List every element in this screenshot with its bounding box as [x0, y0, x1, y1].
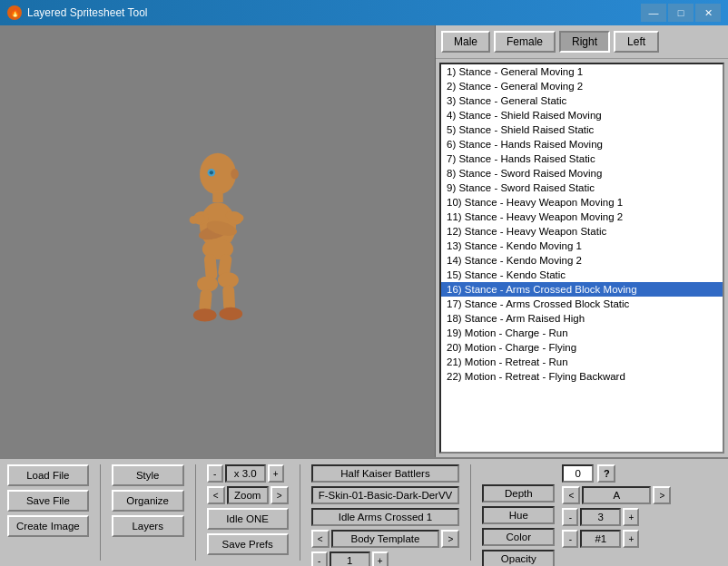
anim-name-display: Idle Arms Crossed 1 [311, 508, 460, 526]
zoom-next-button[interactable]: > [271, 486, 289, 504]
divider-3 [300, 464, 300, 561]
gender-direction-bar: Male Female Right Left [436, 25, 728, 59]
right-button[interactable]: Right [559, 31, 610, 53]
zoom-nav: < Zoom > [207, 486, 289, 504]
svg-point-2 [209, 171, 212, 174]
zoom-value-label: x 3.0 [225, 464, 266, 483]
opacity-spinner: - #1 + [562, 530, 671, 548]
zoom-minus-button[interactable]: - [207, 464, 223, 483]
close-button[interactable]: ✕ [695, 4, 721, 22]
minimize-button[interactable]: — [641, 4, 666, 22]
animation-item-12[interactable]: 12) Stance - Heavy Weapon Static [441, 224, 723, 239]
load-file-button[interactable]: Load File [7, 464, 89, 486]
zoom-col: - x 3.0 + < Zoom > Idle ONE Save Prefs [207, 464, 289, 555]
svg-point-3 [231, 169, 239, 179]
project-name-display: Half Kaiser Battlers [311, 464, 460, 483]
depth-value-display: 0 [562, 464, 594, 483]
depth-label: Depth [482, 484, 555, 503]
create-image-button[interactable]: Create Image [7, 515, 89, 537]
sprite-svg [163, 151, 272, 332]
female-button[interactable]: Female [494, 31, 556, 53]
animation-item-4[interactable]: 4) Stance - Shield Raised Moving [441, 108, 723, 122]
frame-plus-button[interactable]: + [372, 551, 389, 566]
opacity-minus-button[interactable]: - [562, 530, 578, 548]
sprite-display [145, 142, 290, 341]
save-prefs-button[interactable]: Save Prefs [207, 533, 289, 555]
zoom-nav-label: Zoom [227, 486, 269, 504]
zoom-spinner: - x 3.0 + [207, 464, 289, 483]
animation-item-6[interactable]: 6) Stance - Hands Raised Moving [441, 137, 723, 151]
divider-1 [100, 464, 101, 561]
animation-item-8[interactable]: 8) Stance - Sword Raised Moving [441, 166, 723, 181]
color-label: Color [482, 528, 555, 546]
help-button[interactable]: ? [597, 464, 615, 483]
hue-prev-button[interactable]: < [562, 486, 580, 504]
opacity-label: Opacity [482, 550, 555, 566]
divider-2 [195, 464, 196, 561]
depth-labels-col: Depth Hue Color Opacity Global Opa. [482, 464, 555, 566]
right-panel: Male Female Right Left 1) Stance - Gener… [436, 25, 728, 457]
animation-item-16[interactable]: 16) Stance - Arms Crossed Block Moving [441, 282, 723, 297]
body-template-prev-button[interactable]: < [311, 530, 330, 548]
animation-item-14[interactable]: 14) Stance - Kendo Moving 2 [441, 253, 723, 268]
animation-item-20[interactable]: 20) Motion - Charge - Flying [441, 340, 723, 355]
zoom-plus-button[interactable]: + [268, 464, 284, 483]
hue-plus-button[interactable]: + [623, 508, 639, 526]
divider-4 [470, 464, 471, 561]
animation-item-22[interactable]: 22) Motion - Retreat - Flying Backward [441, 369, 723, 384]
idle-one-button[interactable]: Idle ONE [207, 508, 289, 530]
hue-nav-label: A [582, 486, 651, 504]
frame-spinner: - 1 + [311, 551, 460, 566]
bottom-panel: Load File Save File Create Image Style O… [0, 457, 728, 566]
animation-item-15[interactable]: 15) Stance - Kendo Static [441, 268, 723, 282]
animation-item-17[interactable]: 17) Stance - Arms Crossed Block Static [441, 297, 723, 311]
file-buttons-col: Load File Save File Create Image [7, 464, 89, 537]
frame-minus-button[interactable]: - [311, 551, 328, 566]
maximize-button[interactable]: □ [668, 4, 694, 22]
body-template-next-button[interactable]: > [441, 530, 459, 548]
canvas-area [0, 25, 436, 457]
body-template-nav: < Body Template > [311, 530, 460, 548]
animation-item-1[interactable]: 1) Stance - General Moving 1 [441, 64, 723, 79]
title-bar: 🔥 Layered Spritesheet Tool — □ ✕ [0, 0, 728, 25]
animation-item-18[interactable]: 18) Stance - Arm Raised High [441, 311, 723, 326]
left-button[interactable]: Left [614, 31, 659, 53]
opacity-plus-button[interactable]: + [623, 530, 639, 548]
animation-item-5[interactable]: 5) Stance - Shield Raised Static [441, 122, 723, 137]
animation-item-10[interactable]: 10) Stance - Heavy Weapon Moving 1 [441, 195, 723, 210]
style-button[interactable]: Style [112, 464, 184, 486]
hue-next-button[interactable]: > [653, 486, 671, 504]
body-template-label: Body Template [331, 530, 440, 548]
svg-point-20 [219, 307, 242, 320]
window-controls: — □ ✕ [641, 4, 721, 22]
animation-item-11[interactable]: 11) Stance - Heavy Weapon Moving 2 [441, 210, 723, 224]
hue-spinner: - 3 + [562, 508, 671, 526]
svg-point-16 [192, 308, 216, 321]
window-title: Layered Spritesheet Tool [27, 6, 148, 19]
app-icon: 🔥 [7, 5, 22, 20]
organize-button[interactable]: Organize [112, 490, 184, 512]
skin-code-display: F-Skin-01-Basic-Dark-DerVV [311, 486, 460, 504]
save-file-button[interactable]: Save File [7, 490, 89, 512]
depth-controls-col: 0 ? < A > - 3 + - #1 + [562, 464, 671, 548]
animation-item-19[interactable]: 19) Motion - Charge - Run [441, 326, 723, 340]
animation-item-9[interactable]: 9) Stance - Sword Raised Static [441, 181, 723, 195]
animation-item-13[interactable]: 13) Stance - Kendo Moving 1 [441, 239, 723, 253]
project-info-col: Half Kaiser Battlers F-Skin-01-Basic-Dar… [311, 464, 460, 566]
layers-button[interactable]: Layers [112, 515, 184, 537]
hue-label: Hue [482, 506, 555, 524]
animation-item-21[interactable]: 21) Motion - Retreat - Run [441, 355, 723, 369]
animation-item-7[interactable]: 7) Stance - Hands Raised Static [441, 151, 723, 166]
animation-list[interactable]: 1) Stance - General Moving 12) Stance - … [439, 63, 724, 454]
hue-minus-button[interactable]: - [562, 508, 578, 526]
animation-item-3[interactable]: 3) Stance - General Static [441, 93, 723, 108]
animation-item-2[interactable]: 2) Stance - General Moving 2 [441, 79, 723, 93]
frame-value-display: 1 [330, 551, 370, 566]
hue-nav: < A > [562, 486, 671, 504]
opacity-value-display: #1 [580, 530, 621, 548]
male-button[interactable]: Male [441, 31, 490, 53]
svg-rect-4 [212, 192, 222, 202]
zoom-prev-button[interactable]: < [207, 486, 225, 504]
hue-value-display: 3 [580, 508, 621, 526]
style-buttons-col: Style Organize Layers [112, 464, 184, 537]
